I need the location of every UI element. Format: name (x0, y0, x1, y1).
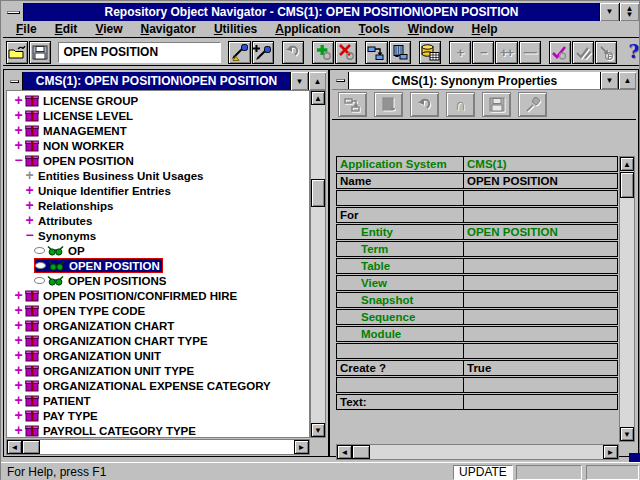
tree-item[interactable]: +PATIENT (7, 393, 309, 408)
scroll-right-button[interactable]: ► (294, 440, 309, 454)
expand-icon[interactable]: + (12, 334, 25, 347)
navigator-system-menu-button[interactable] (6, 72, 23, 90)
property-value[interactable] (464, 310, 617, 324)
save-button[interactable] (29, 41, 51, 64)
restore-button[interactable]: ▲ ▼ (619, 3, 639, 21)
property-value[interactable] (464, 293, 617, 307)
undo-properties-button[interactable] (410, 92, 439, 117)
purge-object-button[interactable] (389, 41, 411, 64)
tree-item[interactable]: OPEN POSITION (7, 258, 309, 273)
selected-tree-item[interactable]: OPEN POSITION (34, 258, 163, 273)
navigator-minimize-button[interactable]: ▼ (290, 72, 308, 90)
tree-hscroll-thumb[interactable] (22, 440, 40, 454)
expand-icon[interactable]: + (12, 409, 25, 422)
scroll-up-button[interactable]: ▲ (311, 91, 325, 105)
tree-item[interactable]: OPEN POSITIONS (7, 273, 309, 288)
expand-icon[interactable]: + (12, 139, 25, 152)
properties-horizontal-scrollbar[interactable]: ◄ ► (336, 444, 619, 460)
property-value[interactable] (464, 378, 617, 392)
scroll-left-button[interactable]: ◄ (337, 445, 352, 459)
arrow-f-button[interactable]: F (595, 41, 617, 64)
tree-item[interactable]: +Relationships (7, 198, 309, 213)
expand-icon[interactable]: + (23, 214, 36, 227)
property-value[interactable] (464, 395, 617, 409)
expand-icon[interactable]: + (23, 199, 36, 212)
menu-view[interactable]: View (86, 22, 131, 36)
save-properties-button[interactable] (482, 92, 511, 117)
copy-object-button[interactable] (365, 41, 387, 64)
tree-item[interactable]: +ORGANIZATION UNIT (7, 348, 309, 363)
check-pencil-button[interactable] (572, 41, 594, 64)
system-menu-button[interactable] (3, 3, 24, 21)
tree-item[interactable]: +LICENSE LEVEL (7, 108, 309, 123)
tree-vertical-scrollbar[interactable]: ▲ ▼ (310, 90, 326, 438)
tree-hscroll-track[interactable] (40, 440, 294, 454)
tree-item[interactable]: OP (7, 243, 309, 258)
scroll-up-button[interactable]: ▲ (620, 157, 634, 171)
paste-properties-button[interactable] (374, 92, 403, 117)
expand-icon[interactable]: + (12, 424, 25, 437)
scroll-left-button[interactable]: ◄ (7, 440, 22, 454)
expand-all-button[interactable]: ++ (495, 41, 517, 64)
expand-icon[interactable]: + (23, 169, 36, 182)
database-table-button[interactable] (419, 41, 441, 64)
properties-vertical-scrollbar[interactable]: ▲ ▼ (619, 156, 635, 442)
property-value[interactable]: OPEN POSITION (464, 174, 617, 188)
collapse-icon[interactable]: − (12, 154, 25, 167)
tree-item[interactable]: +ORGANIZATIONAL EXPENSE CATEGORY (7, 378, 309, 393)
property-value[interactable] (464, 259, 617, 273)
tree-horizontal-scrollbar[interactable]: ◄ ► (6, 439, 310, 455)
scroll-down-button[interactable]: ▼ (311, 423, 325, 437)
expand-icon[interactable]: + (12, 394, 25, 407)
menu-file[interactable]: File (7, 22, 46, 36)
window-title-bar[interactable]: Repository Object Navigator - CMS(1): OP… (3, 3, 639, 21)
expand-icon[interactable]: + (12, 304, 25, 317)
navigator-title-bar[interactable]: CMS(1): OPEN POSITION\OPEN POSITION ▼ ▲ (6, 72, 326, 90)
tree-item[interactable]: −Synonyms (7, 228, 309, 243)
menu-edit[interactable]: Edit (46, 22, 87, 36)
tree-item[interactable]: +PAYROLL CATEGORY TYPE (7, 423, 309, 438)
menu-tools[interactable]: Tools (350, 22, 399, 36)
expand-icon[interactable]: + (23, 184, 36, 197)
tree-item[interactable]: +NON WORKER (7, 138, 309, 153)
tree-item[interactable]: +OPEN TYPE CODE (7, 303, 309, 318)
tree-item[interactable]: +Unique Identifier Entries (7, 183, 309, 198)
tree-item[interactable]: +OPEN POSITION/CONFIRMED HIRE (7, 288, 309, 303)
expand-button[interactable]: + (449, 41, 471, 64)
properties-minimize-button[interactable]: ▼ (600, 72, 618, 89)
property-value[interactable] (464, 191, 617, 205)
tree-item[interactable]: +Entities Business Unit Usages (7, 168, 309, 183)
create-object-button[interactable] (312, 41, 334, 64)
properties-hscroll-thumb[interactable] (352, 445, 370, 459)
properties-hscroll-track[interactable] (370, 445, 603, 459)
tree-item[interactable]: +Attributes (7, 213, 309, 228)
pin-button[interactable] (518, 92, 547, 117)
properties-title-bar[interactable]: CMS(1): Synonym Properties ▼ ▲ (332, 72, 636, 90)
tree-item[interactable]: +PAY TYPE (7, 408, 309, 423)
properties-maximize-button[interactable]: ▲ (618, 72, 636, 89)
tree-item[interactable]: +LICENSE GROUP (7, 93, 309, 108)
properties-system-menu-button[interactable] (332, 72, 349, 89)
undo-button[interactable] (282, 41, 304, 64)
tree-item[interactable]: +ORGANIZATION CHART TYPE (7, 333, 309, 348)
property-value[interactable]: OPEN POSITION (464, 225, 617, 239)
delete-object-button[interactable] (335, 41, 357, 64)
object-name-input[interactable] (58, 42, 221, 63)
expand-icon[interactable]: + (12, 289, 25, 302)
expand-icon[interactable]: + (12, 349, 25, 362)
intersect-button[interactable]: ∩ (446, 92, 475, 117)
menu-utilities[interactable]: Utilities (205, 22, 266, 36)
properties-scroll-thumb[interactable] (620, 172, 634, 198)
property-value[interactable]: CMS(1) (464, 157, 617, 171)
property-value[interactable] (464, 242, 617, 256)
eyedropper-add-button[interactable] (252, 41, 274, 64)
property-value[interactable] (464, 276, 617, 290)
collapse-icon[interactable]: − (23, 229, 36, 242)
copy-properties-button[interactable] (338, 92, 367, 117)
tree-item[interactable]: +ORGANIZATION UNIT TYPE (7, 363, 309, 378)
menu-navigator[interactable]: Navigator (132, 22, 205, 36)
menu-application[interactable]: Application (266, 22, 349, 36)
property-value[interactable]: True (464, 361, 617, 375)
property-value[interactable] (464, 344, 617, 358)
minimize-button[interactable]: ▼ (599, 3, 619, 21)
